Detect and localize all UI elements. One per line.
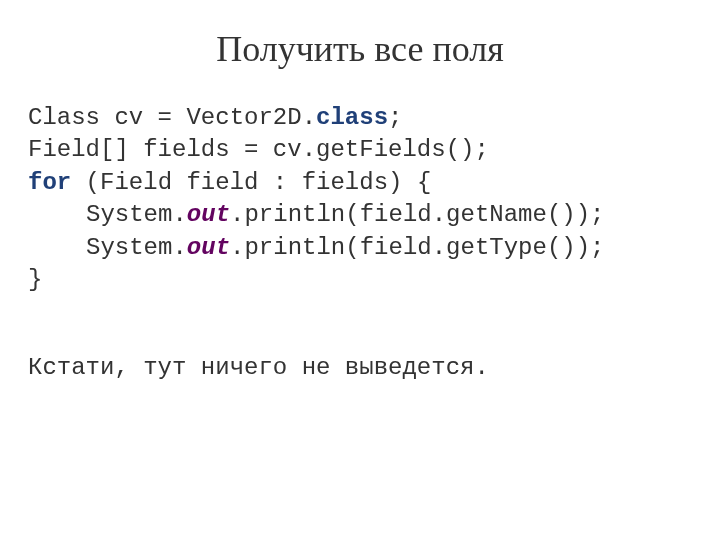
code-block: Class cv = Vector2D.class; Field[] field… bbox=[28, 102, 692, 296]
code-text: } bbox=[28, 266, 42, 293]
keyword-class: class bbox=[316, 104, 388, 131]
code-text: .println(field.getName()); bbox=[230, 201, 604, 228]
note-text: Кстати, тут ничего не выведется. bbox=[28, 354, 692, 381]
code-text: .println(field.getType()); bbox=[230, 234, 604, 261]
code-text: (Field field : fields) { bbox=[71, 169, 431, 196]
slide-container: Получить все поля Class cv = Vector2D.cl… bbox=[0, 0, 720, 401]
keyword-out: out bbox=[187, 201, 230, 228]
code-text: System. bbox=[86, 234, 187, 261]
code-text: System. bbox=[86, 201, 187, 228]
code-text: Field[] fields = cv.getFields(); bbox=[28, 136, 489, 163]
code-text: Class cv = Vector2D. bbox=[28, 104, 316, 131]
slide-title: Получить все поля bbox=[28, 28, 692, 70]
keyword-for: for bbox=[28, 169, 71, 196]
code-text: ; bbox=[388, 104, 402, 131]
keyword-out: out bbox=[187, 234, 230, 261]
